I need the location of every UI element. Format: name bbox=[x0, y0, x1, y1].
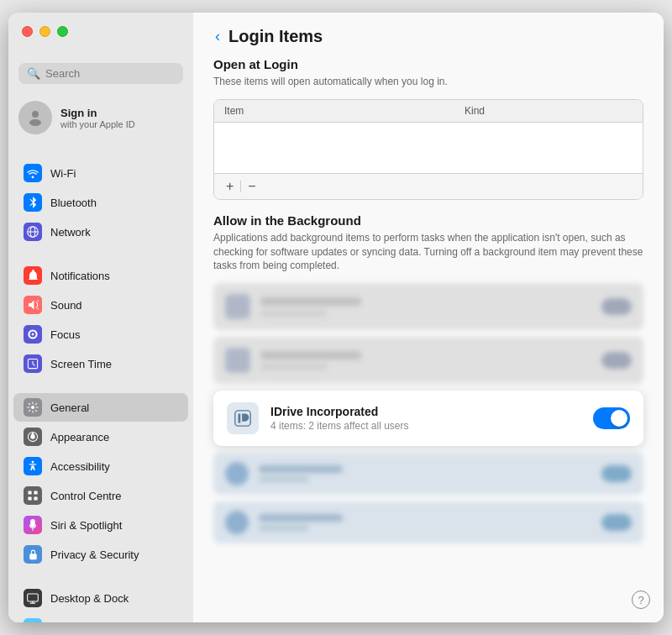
displays-label: Displays bbox=[50, 622, 92, 623]
sidebar-item-focus[interactable]: Focus bbox=[13, 320, 188, 349]
svg-rect-9 bbox=[28, 491, 31, 494]
avatar bbox=[18, 101, 52, 134]
blurred-text-3 bbox=[259, 465, 591, 482]
sign-in-label: Sign in bbox=[60, 107, 135, 119]
sidebar-item-notifications[interactable]: Notifications bbox=[13, 261, 188, 290]
search-icon: 🔍 bbox=[27, 67, 40, 80]
close-button[interactable] bbox=[22, 26, 33, 37]
content-area: Open at Login These items will open auto… bbox=[193, 57, 664, 570]
accessibility-icon bbox=[24, 457, 42, 475]
appearance-icon bbox=[24, 428, 42, 446]
notifications-label: Notifications bbox=[50, 270, 110, 282]
help-button[interactable]: ? bbox=[632, 590, 650, 609]
sidebar-item-controlcentre[interactable]: Control Centre bbox=[13, 481, 188, 510]
wifi-label: Wi-Fi bbox=[50, 167, 76, 180]
sidebar-item-siri[interactable]: Siri & Spotlight bbox=[13, 511, 188, 539]
general-icon bbox=[24, 398, 42, 417]
background-items-after bbox=[213, 453, 643, 543]
fullscreen-button[interactable] bbox=[57, 26, 68, 37]
background-item-blurred-2 bbox=[213, 337, 643, 384]
sidebar-item-network[interactable]: Network bbox=[13, 218, 188, 246]
sound-label: Sound bbox=[50, 299, 82, 312]
column-item: Item bbox=[224, 105, 465, 117]
svg-point-8 bbox=[32, 461, 34, 464]
sidebar-item-privacy[interactable]: Privacy & Security bbox=[13, 540, 188, 569]
page-title: Login Items bbox=[228, 27, 323, 46]
sidebar-section-network: Wi-Fi Bluetooth Network bbox=[8, 158, 193, 247]
sidebar-item-bluetooth[interactable]: Bluetooth bbox=[13, 188, 188, 217]
blurred-text-1 bbox=[260, 297, 591, 317]
idrive-toggle[interactable] bbox=[593, 407, 630, 429]
blurred-toggle-3 bbox=[601, 465, 632, 482]
sidebar-item-displays[interactable]: Displays bbox=[13, 613, 188, 622]
wifi-icon bbox=[24, 164, 42, 182]
idrive-name: IDrive Incorporated bbox=[270, 405, 581, 418]
sound-icon bbox=[24, 296, 42, 314]
sidebar: 🔍 Sign in with your Apple ID Wi-Fi bbox=[8, 13, 193, 622]
screentime-icon bbox=[24, 354, 42, 373]
screentime-label: Screen Time bbox=[50, 358, 112, 370]
desktop-label: Desktop & Dock bbox=[50, 592, 129, 605]
search-box[interactable]: 🔍 bbox=[18, 63, 183, 84]
svg-rect-14 bbox=[28, 593, 39, 601]
general-label: General bbox=[50, 401, 89, 414]
sidebar-item-sound[interactable]: Sound bbox=[13, 291, 188, 319]
sidebar-item-screentime[interactable]: Screen Time bbox=[13, 349, 188, 378]
add-item-button[interactable]: + bbox=[221, 177, 239, 196]
traffic-lights bbox=[22, 26, 68, 37]
blurred-toggle-2 bbox=[601, 352, 632, 369]
background-item-blurred-3 bbox=[213, 453, 643, 495]
bluetooth-icon bbox=[24, 193, 42, 212]
svg-rect-10 bbox=[34, 491, 37, 494]
network-label: Network bbox=[50, 226, 91, 239]
privacy-icon bbox=[24, 545, 42, 564]
background-item-blurred-1 bbox=[213, 283, 643, 330]
blurred-text-4 bbox=[259, 514, 591, 531]
svg-rect-11 bbox=[28, 496, 31, 500]
idrive-icon bbox=[227, 402, 259, 434]
system-settings-window: 🔍 Sign in with your Apple ID Wi-Fi bbox=[8, 13, 664, 622]
accessibility-label: Accessibility bbox=[50, 460, 110, 473]
open-at-login-desc: These items will open automatically when… bbox=[213, 75, 643, 89]
main-content: ‹ Login Items Open at Login These items … bbox=[193, 13, 664, 622]
table-header: Item Kind bbox=[214, 100, 643, 123]
search-input[interactable] bbox=[45, 67, 175, 80]
sidebar-item-desktop[interactable]: Desktop & Dock bbox=[13, 584, 188, 612]
sidebar-item-accessibility[interactable]: Accessibility bbox=[13, 452, 188, 480]
table-footer: + − bbox=[214, 173, 643, 199]
open-at-login-title: Open at Login bbox=[213, 57, 643, 71]
idrive-card: IDrive Incorporated 4 items: 2 items aff… bbox=[213, 391, 643, 446]
apple-id-subtitle: with your Apple ID bbox=[60, 119, 135, 129]
table-btn-divider bbox=[240, 181, 241, 192]
controlcentre-label: Control Centre bbox=[50, 490, 122, 502]
remove-item-button[interactable]: − bbox=[243, 177, 260, 196]
blurred-icon-1 bbox=[225, 294, 250, 319]
sidebar-section-system: Notifications Sound Focus Screen Time bbox=[8, 260, 193, 379]
controlcentre-icon bbox=[24, 486, 42, 505]
login-items-table: Item Kind + − bbox=[213, 99, 643, 200]
siri-label: Siri & Spotlight bbox=[50, 519, 122, 532]
idrive-subtitle: 4 items: 2 items affect all users bbox=[270, 420, 581, 432]
allow-background-section: Allow in the Background Applications add… bbox=[213, 213, 643, 543]
sidebar-item-wifi[interactable]: Wi-Fi bbox=[13, 159, 188, 187]
apple-id-text: Sign in with your Apple ID bbox=[60, 107, 135, 129]
blurred-toggle-1 bbox=[601, 298, 632, 315]
apple-id-section[interactable]: Sign in with your Apple ID bbox=[8, 94, 193, 141]
siri-icon bbox=[24, 516, 42, 534]
sidebar-section-preferences: General Appearance Accessibility Control… bbox=[8, 392, 193, 569]
bluetooth-label: Bluetooth bbox=[50, 197, 97, 209]
svg-point-6 bbox=[31, 406, 34, 409]
svg-rect-12 bbox=[34, 496, 37, 500]
blurred-text-2 bbox=[260, 351, 591, 370]
blurred-icon-4 bbox=[225, 511, 249, 534]
allow-background-desc: Applications add background items to per… bbox=[213, 231, 643, 273]
minimize-button[interactable] bbox=[39, 26, 50, 37]
network-icon bbox=[24, 223, 42, 241]
sidebar-item-appearance[interactable]: Appearance bbox=[13, 422, 188, 451]
sidebar-item-general[interactable]: General bbox=[13, 393, 188, 422]
displays-icon bbox=[24, 618, 42, 622]
idrive-info: IDrive Incorporated 4 items: 2 items aff… bbox=[270, 405, 581, 432]
focus-icon bbox=[24, 325, 42, 344]
svg-point-0 bbox=[32, 111, 39, 118]
back-button[interactable]: ‹ bbox=[213, 26, 222, 47]
